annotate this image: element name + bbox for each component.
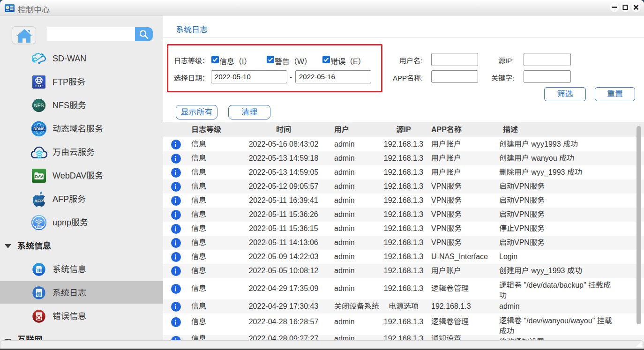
svg-text:UPNP: UPNP	[36, 226, 43, 229]
svg-text:AFP: AFP	[34, 198, 44, 203]
svg-text:FTP: FTP	[35, 84, 43, 88]
svg-text:NFS: NFS	[34, 103, 44, 108]
svg-text:DDNS: DDNS	[33, 127, 45, 131]
svg-text:DAV: DAV	[35, 174, 43, 179]
